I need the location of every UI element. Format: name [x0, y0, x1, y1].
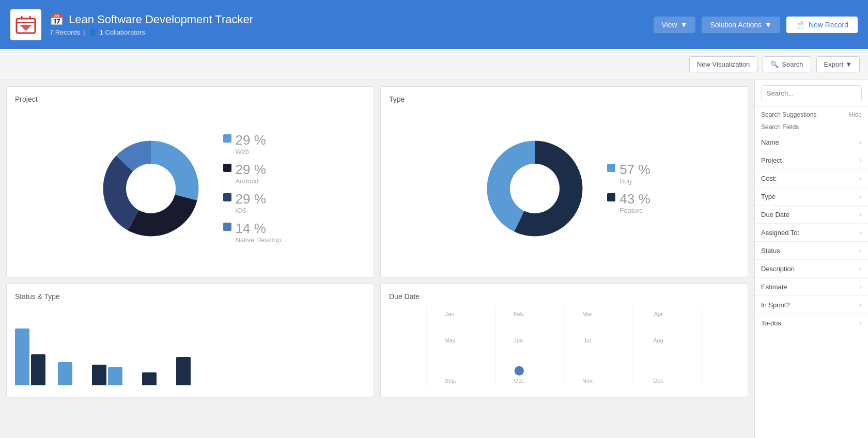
field-name-chevron-icon: ›: [859, 138, 862, 146]
svg-text:Aug.: Aug.: [653, 337, 665, 343]
solution-actions-button[interactable]: Solution Actions ▼: [702, 17, 780, 33]
legend-feature: 43 % Feature: [607, 192, 650, 214]
collaborators-icon: 👤: [88, 28, 97, 36]
export-button[interactable]: Export ▼: [816, 56, 860, 72]
field-assigned-to[interactable]: Assigned To: ›: [755, 223, 868, 241]
legend-ios-text: 29 % iOS: [236, 192, 266, 214]
svg-text:Oct.: Oct.: [514, 378, 524, 384]
field-description-label: Description: [761, 265, 795, 273]
legend-feature-color: [607, 193, 615, 201]
field-type-chevron-icon: ›: [859, 192, 862, 200]
field-name-label: Name: [761, 138, 779, 146]
header-actions: View ▼ Solution Actions ▼ 📄 New Record: [654, 17, 858, 33]
bar-group-5: [176, 357, 191, 385]
type-chart-card: Type 57 % Bug: [380, 86, 748, 277]
search-suggestions-header: Search Suggestions Hide: [755, 107, 868, 120]
app-logo: [10, 9, 41, 40]
toolbar: New Visualization 🔍 Search Export ▼: [0, 49, 868, 80]
project-legend: 29 % Web 29 % Android: [223, 133, 287, 244]
legend-android: 29 % Android: [223, 163, 287, 185]
bar-group-3: [92, 365, 122, 385]
svg-text:May.: May.: [444, 337, 456, 343]
project-chart-card: Project 29 % Web: [6, 86, 374, 277]
svg-marker-4: [20, 25, 32, 31]
project-chart-title: Project: [15, 95, 365, 103]
view-button[interactable]: View ▼: [654, 17, 696, 33]
field-type-label: Type: [761, 193, 776, 200]
svg-text:Apr.: Apr.: [654, 311, 664, 317]
legend-feature-text: 43 % Feature: [619, 192, 650, 214]
status-type-bar-container: [15, 307, 365, 387]
field-project-label: Project: [761, 157, 782, 164]
field-description[interactable]: Description ›: [755, 259, 868, 277]
new-visualization-label: New Visualization: [697, 60, 750, 68]
field-estimate-chevron-icon: ›: [859, 283, 862, 291]
export-chevron-icon: ▼: [845, 60, 852, 68]
new-record-button[interactable]: 📄 New Record: [786, 17, 858, 33]
field-status[interactable]: Status ›: [755, 241, 868, 259]
field-due-date-chevron-icon: ›: [859, 210, 862, 218]
legend-bug: 57 % Bug: [607, 163, 650, 185]
field-estimate-label: Estimate: [761, 283, 787, 291]
meta-divider: |: [83, 28, 85, 36]
new-record-label: New Record: [809, 21, 848, 29]
calendar-icon: 📅: [50, 13, 64, 26]
type-donut-svg: [478, 132, 592, 245]
charts-area: Project 29 % Web: [0, 80, 754, 438]
view-chevron-icon: ▼: [680, 21, 688, 29]
bar-5a: [176, 357, 191, 385]
field-due-date[interactable]: Due Date ›: [755, 205, 868, 223]
status-type-chart-card: Status & Type: [6, 284, 374, 397]
svg-text:Mar.: Mar.: [582, 311, 593, 317]
field-in-sprint[interactable]: In Sprint? ›: [755, 295, 868, 314]
solution-actions-chevron-icon: ▼: [765, 21, 772, 29]
field-estimate[interactable]: Estimate ›: [755, 277, 868, 295]
field-assigned-to-chevron-icon: ›: [859, 228, 862, 237]
due-date-chart-card: Due Date Jan. Feb. Mar. Apr. May. Ju: [380, 284, 748, 397]
search-toolbar-button[interactable]: 🔍 Search: [763, 56, 811, 72]
type-legend: 57 % Bug 43 % Feature: [607, 163, 650, 214]
hide-button[interactable]: Hide: [849, 111, 862, 118]
legend-ios-color: [223, 193, 231, 201]
bar-3a: [92, 365, 106, 385]
legend-native-color: [223, 223, 231, 231]
legend-bug-text: 57 % Bug: [619, 163, 650, 185]
due-date-svg: Jan. Feb. Mar. Apr. May. Jun. Jul. Aug.: [389, 307, 739, 387]
search-input-container: [755, 80, 868, 107]
field-todos[interactable]: To-dos ›: [755, 314, 868, 332]
bar-group-2: [58, 362, 72, 385]
due-date-chart-title: Due Date: [389, 292, 739, 301]
field-todos-label: To-dos: [761, 319, 781, 327]
app-title: 📅 Lean Software Development Tracker: [50, 13, 654, 26]
view-label: View: [662, 21, 677, 29]
due-date-container: Jan. Feb. Mar. Apr. May. Jun. Jul. Aug.: [389, 307, 739, 387]
project-donut-svg: [94, 132, 208, 245]
field-project[interactable]: Project ›: [755, 151, 868, 169]
svg-text:Dec.: Dec.: [653, 378, 665, 384]
svg-text:Nov.: Nov.: [582, 378, 594, 384]
field-due-date-label: Due Date: [761, 211, 789, 218]
legend-web: 29 % Web: [223, 133, 287, 155]
project-donut-container: 29 % Web 29 % Android: [15, 110, 365, 268]
field-todos-chevron-icon: ›: [859, 319, 862, 327]
legend-native: 14 % Native Desktop...: [223, 222, 287, 244]
field-assigned-to-label: Assigned To:: [761, 229, 799, 237]
search-input[interactable]: [761, 85, 862, 101]
new-visualization-button[interactable]: New Visualization: [689, 56, 757, 72]
app-header: 📅 Lean Software Development Tracker 7 Re…: [0, 0, 868, 49]
field-type[interactable]: Type ›: [755, 187, 868, 205]
legend-android-text: 29 % Android: [236, 163, 266, 185]
search-sidebar: Search Suggestions Hide Search Fields Na…: [754, 80, 868, 438]
svg-text:Jul.: Jul.: [583, 337, 592, 343]
field-name[interactable]: Name ›: [755, 133, 868, 151]
bar-group-1: [15, 328, 45, 385]
legend-bug-color: [607, 164, 615, 172]
bar-3b: [108, 367, 122, 385]
field-status-label: Status: [761, 247, 780, 255]
bar-1b: [31, 354, 45, 385]
bar-4a: [142, 372, 157, 385]
svg-point-9: [126, 164, 176, 213]
header-meta: 7 Records | 👤 1 Collaborators: [50, 28, 654, 36]
field-cost[interactable]: Cost: ›: [755, 169, 868, 187]
field-status-chevron-icon: ›: [859, 246, 862, 255]
